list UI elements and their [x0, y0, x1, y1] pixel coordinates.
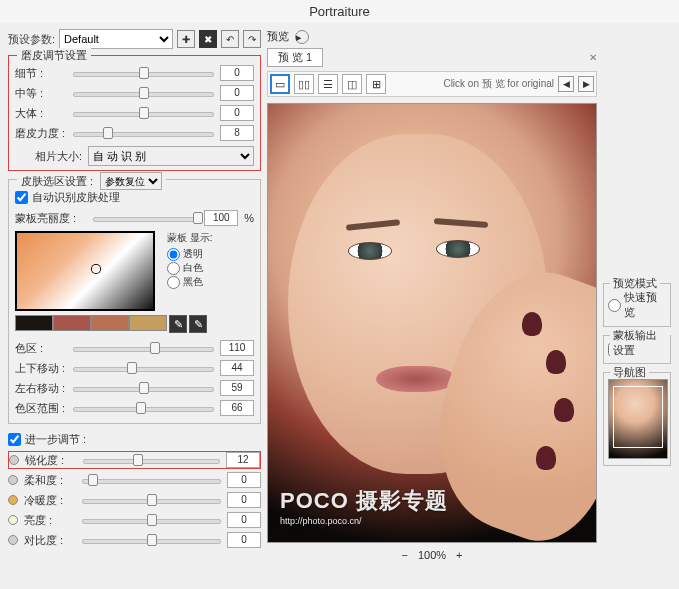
slider-value[interactable]: 59 — [220, 380, 254, 396]
prev-arrow-icon[interactable]: ◀ — [558, 76, 574, 92]
photosize-select[interactable]: 自 动 识 别 — [88, 146, 254, 166]
slider-row: 色区 :110 — [15, 339, 254, 357]
preset-row: 预设参数: Default ✚ ✖ ↶ ↷ — [8, 29, 261, 49]
navigator-thumb[interactable] — [608, 379, 668, 459]
auto-skin-checkbox[interactable] — [15, 191, 28, 204]
slider-row: 磨皮力度 :8 — [15, 124, 254, 142]
mask-show-radio[interactable] — [167, 276, 180, 289]
tab-close-icon[interactable]: ✕ — [589, 52, 597, 63]
layout-quad-icon[interactable]: ⊞ — [366, 74, 386, 94]
layout-single-icon[interactable]: ▭ — [270, 74, 290, 94]
preset-select[interactable]: Default — [59, 29, 173, 49]
color-swatch[interactable] — [91, 315, 129, 331]
preview-tab[interactable]: 预 览 1 — [267, 48, 323, 67]
mask-bright-label: 蒙板亮丽度 : — [15, 211, 87, 226]
undo-icon[interactable]: ↶ — [221, 30, 239, 48]
next-arrow-icon[interactable]: ▶ — [578, 76, 594, 92]
zoom-in-button[interactable]: + — [456, 549, 462, 561]
slider-row: 亮度 :0 — [8, 511, 261, 529]
slider-value[interactable]: 44 — [220, 360, 254, 376]
preview-hint: Click on 预 览 for original — [443, 77, 554, 91]
slider-label: 磨皮力度 : — [15, 126, 67, 141]
slider-value[interactable]: 0 — [220, 105, 254, 121]
slider-row: 对比度 :0 — [8, 531, 261, 549]
preset-delete-icon[interactable]: ✖ — [199, 30, 217, 48]
mask-show-option: 透明 — [183, 247, 203, 261]
slider-track[interactable] — [73, 362, 214, 374]
zoom-out-button[interactable]: − — [401, 549, 407, 561]
indicator-dot — [8, 475, 18, 485]
layout-dual-icon[interactable]: ◫ — [342, 74, 362, 94]
slider-track[interactable] — [83, 454, 220, 466]
slider-value[interactable]: 0 — [220, 65, 254, 81]
slider-label: 柔和度 : — [24, 473, 76, 488]
slider-label: 亮度 : — [24, 513, 76, 528]
smoothing-title: 磨皮调节设置 — [17, 48, 91, 63]
skin-reset-select[interactable]: 参数复位 — [100, 172, 162, 190]
slider-value[interactable]: 12 — [226, 452, 260, 468]
slider-row: 中等 :0 — [15, 84, 254, 102]
slider-row: 冷暖度 :0 — [8, 491, 261, 509]
slider-label: 色区范围 : — [15, 401, 67, 416]
preview-mode-title: 预览模式 — [610, 276, 660, 291]
redo-icon[interactable]: ↷ — [243, 30, 261, 48]
preset-save-icon[interactable]: ✚ — [177, 30, 195, 48]
slider-row: 上下移动 :44 — [15, 359, 254, 377]
slider-value[interactable]: 0 — [227, 492, 261, 508]
layout-split-h-icon[interactable]: ▯▯ — [294, 74, 314, 94]
slider-track[interactable] — [73, 382, 214, 394]
slider-value[interactable]: 0 — [227, 472, 261, 488]
skin-group: 皮肤选区设置 : 参数复位 自动识别皮肤处理 蒙板亮丽度 : 100 % 蒙板 … — [8, 179, 261, 424]
slider-row: 细节 :0 — [15, 64, 254, 82]
slider-label: 细节 : — [15, 66, 67, 81]
quick-preview-radio[interactable] — [608, 299, 621, 312]
swatch-row: ✎✎ — [15, 315, 254, 333]
preview-image[interactable]: POCO 摄影专题 http://photo.poco.cn/ — [267, 103, 597, 543]
slider-value[interactable]: 66 — [220, 400, 254, 416]
color-swatch[interactable] — [15, 315, 53, 331]
smoothing-group: 磨皮调节设置 细节 :0中等 :0大体 :0磨皮力度 :8 相片大小: 自 动 … — [8, 55, 261, 171]
preset-label: 预设参数: — [8, 32, 55, 47]
mask-show-radio[interactable] — [167, 262, 180, 275]
color-picker[interactable] — [15, 231, 155, 311]
zoom-value: 100% — [418, 549, 446, 561]
indicator-dot — [8, 495, 18, 505]
slider-track[interactable] — [82, 494, 221, 506]
navigator-group: 导航图 — [603, 372, 671, 466]
slider-track[interactable] — [82, 514, 221, 526]
slider-row: 左右移动 :59 — [15, 379, 254, 397]
mask-bright-slider[interactable] — [93, 212, 198, 224]
slider-track[interactable] — [82, 534, 221, 546]
slider-track[interactable] — [73, 87, 214, 99]
adjust-toggle-checkbox[interactable] — [8, 433, 21, 446]
slider-value[interactable]: 110 — [220, 340, 254, 356]
indicator-dot — [8, 535, 18, 545]
slider-value[interactable]: 0 — [227, 532, 261, 548]
slider-row: 锐化度 :12 — [8, 451, 261, 469]
slider-track[interactable] — [73, 107, 214, 119]
slider-label: 对比度 : — [24, 533, 76, 548]
slider-label: 中等 : — [15, 86, 67, 101]
slider-value[interactable]: 0 — [227, 512, 261, 528]
slider-track[interactable] — [73, 127, 214, 139]
eyedropper-icon[interactable]: ✎ — [169, 315, 187, 333]
slider-track[interactable] — [82, 474, 221, 486]
slider-track[interactable] — [73, 342, 214, 354]
preview-mode-icon[interactable]: ▸ — [295, 30, 309, 44]
mask-show-option: 白色 — [183, 261, 203, 275]
slider-row: 大体 :0 — [15, 104, 254, 122]
slider-value[interactable]: 0 — [220, 85, 254, 101]
mask-show-radio[interactable] — [167, 248, 180, 261]
layout-split-v-icon[interactable]: ☰ — [318, 74, 338, 94]
auto-skin-label: 自动识别皮肤处理 — [32, 190, 120, 205]
slider-value[interactable]: 8 — [220, 125, 254, 141]
mask-bright-value[interactable]: 100 — [204, 210, 238, 226]
slider-track[interactable] — [73, 402, 214, 414]
slider-track[interactable] — [73, 67, 214, 79]
slider-label: 冷暖度 : — [24, 493, 76, 508]
skin-title: 皮肤选区设置 : 参数复位 — [17, 172, 166, 190]
eyedropper-icon[interactable]: ✎ — [189, 315, 207, 333]
mask-output-title: 蒙板输出设置 — [610, 328, 670, 358]
color-swatch[interactable] — [129, 315, 167, 331]
color-swatch[interactable] — [53, 315, 91, 331]
